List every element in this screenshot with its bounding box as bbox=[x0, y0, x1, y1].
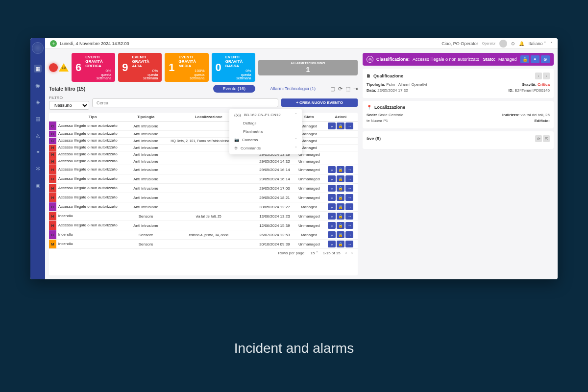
qualification-card: 🗎Qualificazione ‹› Tipologia: Psim - All… bbox=[363, 69, 554, 98]
tab-allarmi[interactable]: Allarmi Technologici (1) bbox=[260, 85, 325, 93]
action-lock-button[interactable]: 🔒 bbox=[337, 222, 344, 229]
classification-bar: ◎ Classificazione: Accesso illegale o no… bbox=[363, 53, 554, 66]
action-lock-button[interactable]: 🔒 bbox=[337, 241, 344, 247]
refresh-icon[interactable]: ⟳ bbox=[535, 135, 542, 142]
action-lock-button[interactable]: 🔒 bbox=[337, 203, 344, 210]
rows-per-page-select[interactable]: 15 ˅ bbox=[310, 251, 318, 255]
action-lock-button[interactable]: 🔒 bbox=[337, 213, 344, 220]
action-signal-button[interactable]: ⏚ bbox=[328, 213, 336, 220]
action-go-button[interactable]: → bbox=[345, 175, 353, 182]
severity-badge: C bbox=[49, 138, 56, 145]
table-row[interactable]: H Incendio Sensore via tal dei tali, 25 … bbox=[49, 212, 358, 221]
table-row[interactable]: C Accesso illegale o non autorizzato Ant… bbox=[49, 138, 358, 145]
table-row[interactable]: H Accesso illegale o non autorizzato Ant… bbox=[49, 174, 358, 184]
stat-card-alta[interactable]: 9 EVENTI GRAVITÀ ALTA0%questa settimana bbox=[118, 53, 162, 82]
severity-badge: C bbox=[49, 122, 56, 131]
action-go-button[interactable]: → bbox=[345, 231, 353, 238]
next-button[interactable]: › bbox=[543, 73, 550, 79]
action-lock-button[interactable]: 🔒 bbox=[337, 175, 344, 182]
location-icon[interactable]: ⊙ bbox=[511, 41, 515, 46]
search-input[interactable] bbox=[92, 98, 278, 107]
severity-badge: C bbox=[49, 202, 56, 212]
nav-icon-3[interactable]: ◈ bbox=[34, 98, 42, 106]
action-lock-button[interactable]: 🔒 bbox=[337, 194, 344, 201]
popup-commands[interactable]: ⚙Commands˄ bbox=[229, 144, 302, 152]
toolbar-icon-1[interactable]: ▢ bbox=[330, 86, 335, 92]
action-go-button[interactable]: → bbox=[345, 122, 353, 129]
popup-device[interactable]: ((•))BB.162.CN-P1.CN12˄ bbox=[229, 111, 302, 119]
warning-triangle-icon bbox=[59, 63, 69, 72]
action-signal-button[interactable]: ⏚ bbox=[328, 166, 336, 173]
popup-planimetria[interactable]: Planimetria bbox=[229, 127, 302, 136]
lang-select[interactable]: Italiano ˅ bbox=[528, 41, 546, 46]
action-lock-button[interactable]: 🔒 bbox=[337, 122, 344, 129]
action-lock-button[interactable]: 🔒 bbox=[337, 166, 344, 173]
action-signal-button[interactable]: ⏚ bbox=[328, 231, 336, 238]
table-row[interactable]: H Accesso illegale o non autorizzato Ant… bbox=[49, 193, 358, 202]
create-event-button[interactable]: + CREA NUOVO EVENTO bbox=[281, 98, 358, 107]
action-signal-button[interactable]: ⏚ bbox=[328, 185, 336, 192]
action-lock-button[interactable]: 🔒 bbox=[337, 231, 344, 238]
page-prev-button[interactable]: ‹ bbox=[345, 251, 347, 255]
popup-cameras[interactable]: 📷Cameras˄ bbox=[229, 136, 302, 144]
table-row[interactable]: H Accesso illegale o non autorizzato Ant… bbox=[49, 184, 358, 193]
popup-dettagli[interactable]: Dettagli bbox=[229, 119, 302, 127]
nav-icon-4[interactable]: ▤ bbox=[34, 115, 42, 122]
nav-icon-7[interactable]: ✲ bbox=[34, 165, 42, 172]
action-go-button[interactable]: → bbox=[345, 194, 353, 201]
action-go-button[interactable]: → bbox=[345, 213, 353, 220]
nav-icon-5[interactable]: ◬ bbox=[34, 131, 42, 139]
stat-card-med[interactable]: 1 EVENTI GRAVITÀ MEDIA100%questa settima… bbox=[165, 53, 208, 82]
stat-card-tech[interactable]: ALLARMI TECNOLOGICI 1 bbox=[258, 60, 358, 75]
severity-badge: H bbox=[49, 165, 56, 174]
table-row[interactable]: H Accesso illegale o non autorizzato Ant… bbox=[49, 145, 358, 151]
nav-dashboard-icon[interactable]: ▦ bbox=[34, 65, 42, 73]
action-go-button[interactable]: → bbox=[345, 185, 353, 192]
localization-card: 📍Localizzazione Sede: Sede Centrale Indi… bbox=[363, 101, 554, 128]
action-signal-button[interactable]: ⏚ bbox=[328, 122, 336, 129]
context-popup: ((•))BB.162.CN-P1.CN12˄ Dettagli Planime… bbox=[229, 109, 302, 154]
expand-icon[interactable]: ⇱ bbox=[543, 135, 550, 142]
user-role: Operator bbox=[482, 42, 496, 45]
severity-badge: H bbox=[49, 184, 56, 193]
bell-icon[interactable]: 🔔 bbox=[519, 41, 524, 46]
action-go-button[interactable]: → bbox=[345, 241, 353, 247]
sidebar: ▦ ◉ ◈ ▤ ◬ ✦ ✲ ▣ bbox=[30, 38, 45, 279]
action-go-button[interactable]: → bbox=[345, 166, 353, 173]
action-signal-button[interactable]: ⏚ bbox=[328, 241, 336, 247]
action-signal-button[interactable]: ⏚ bbox=[328, 222, 336, 229]
avatar[interactable] bbox=[499, 40, 507, 48]
tab-evento[interactable]: Evento (16) bbox=[213, 85, 256, 93]
action-lock-button[interactable]: 🔒 bbox=[337, 185, 344, 192]
link-button[interactable]: ⚭ bbox=[531, 55, 539, 63]
lock-button[interactable]: 🔒 bbox=[520, 55, 529, 63]
action-signal-button[interactable]: ⏚ bbox=[328, 194, 336, 201]
close-button[interactable]: ⊗ bbox=[541, 55, 550, 63]
topbar: ⏚ Lunedì, 4 Novembre 2024 14:52:00 Ciao,… bbox=[45, 38, 558, 49]
table-row[interactable]: C Accesso illegale o non autorizzato Ant… bbox=[49, 202, 358, 212]
stat-card-crit[interactable]: 6 EVENTI GRAVITÀ CRITICA0%questa settima… bbox=[72, 53, 115, 82]
toolbar-icon-3[interactable]: ⬚ bbox=[345, 86, 350, 92]
page-next-button[interactable]: › bbox=[351, 251, 353, 255]
filter-select[interactable]: Nessuno bbox=[49, 101, 89, 110]
expand-icon[interactable]: ˅ bbox=[550, 41, 553, 46]
table-row[interactable]: H Accesso illegale o non autorizzato Ant… bbox=[49, 165, 358, 174]
refresh-icon[interactable]: ⟳ bbox=[338, 86, 343, 92]
table-row[interactable]: M Incendio Sensore 30/10/2024 09:39 Unma… bbox=[49, 240, 358, 249]
action-go-button[interactable]: → bbox=[345, 203, 353, 210]
toolbar-icon-4[interactable]: ⇥ bbox=[353, 86, 358, 92]
table-row[interactable]: C Accesso illegale o non autorizzato Ant… bbox=[49, 131, 358, 138]
action-signal-button[interactable]: ⏚ bbox=[328, 203, 336, 210]
table-row[interactable]: H Accesso illegale o non autorizzato Ant… bbox=[49, 221, 358, 230]
table-row[interactable]: H Accesso illegale o non autorizzato Ant… bbox=[49, 158, 358, 165]
table-row[interactable]: C Incendio Sensore edificio A, primo, 34… bbox=[49, 230, 358, 240]
nav-icon-2[interactable]: ◉ bbox=[34, 81, 42, 89]
action-go-button[interactable]: → bbox=[345, 222, 353, 229]
stat-card-bas[interactable]: 0 EVENTI GRAVITÀ BASSA0%questa settimana bbox=[212, 53, 255, 82]
nav-icon-6[interactable]: ✦ bbox=[34, 148, 42, 156]
table-row[interactable]: C Accesso illegale o non autorizzato Ant… bbox=[49, 122, 358, 131]
table-row[interactable]: H Accesso illegale o non autorizzato Ant… bbox=[49, 151, 358, 158]
prev-button[interactable]: ‹ bbox=[535, 73, 542, 79]
nav-icon-8[interactable]: ▣ bbox=[34, 181, 42, 189]
action-signal-button[interactable]: ⏚ bbox=[328, 175, 336, 182]
